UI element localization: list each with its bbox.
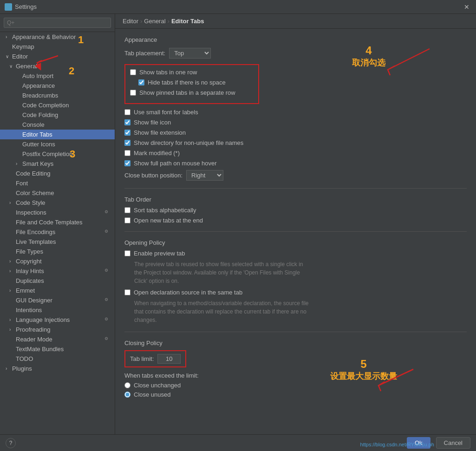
sidebar-item-emmet[interactable]: › Emmet (0, 286, 115, 295)
show-tabs-one-row-checkbox[interactable] (130, 69, 136, 75)
sidebar-item-inlay-hints[interactable]: › Inlay Hints ⚙ (0, 266, 115, 276)
show-tabs-one-row-label[interactable]: Show tabs in one row (139, 69, 197, 76)
show-full-path-label[interactable]: Show full path on mouse hover (134, 160, 217, 167)
expand-icon: ∨ (9, 64, 16, 69)
hide-tabs-no-space-row: Hide tabs if there is no space (130, 79, 254, 86)
sidebar-item-editor-tabs[interactable]: Editor Tabs (0, 130, 115, 139)
show-pinned-tabs-checkbox[interactable] (130, 90, 136, 96)
declaration-desc-text: When navigating to a method/class/variab… (134, 299, 311, 324)
tab-placement-row: Tab placement: Top Bottom Left Right Non… (124, 48, 467, 59)
close-unchanged-radio[interactable] (124, 382, 130, 388)
sidebar-item-appearance[interactable]: Appearance (0, 81, 115, 91)
sidebar-item-smart-keys[interactable]: › Smart Keys (0, 159, 115, 169)
sidebar-item-label: Gutter Icons (22, 141, 111, 148)
tabs-row-options-box: Show tabs in one row Hide tabs if there … (124, 64, 259, 104)
sidebar-item-copyright[interactable]: › Copyright (0, 256, 115, 266)
sidebar-item-postfix-completion[interactable]: Postfix Completion (0, 149, 115, 159)
sidebar-item-reader-mode[interactable]: Reader Mode ⚙ (0, 334, 115, 344)
enable-preview-tab-checkbox[interactable] (124, 250, 130, 256)
search-input[interactable] (4, 18, 111, 28)
sidebar-item-console[interactable]: Console (0, 120, 115, 130)
opening-policy-section-title: Opening Policy (124, 239, 467, 246)
close-unused-label[interactable]: Close unused (134, 391, 171, 398)
settings-badge: ⚙ (104, 268, 111, 275)
show-pinned-tabs-label[interactable]: Show pinned tabs in a separate row (139, 89, 235, 96)
expand-icon: › (9, 268, 16, 274)
close-button[interactable]: ✕ (462, 2, 471, 12)
titlebar: Settings ✕ (0, 0, 476, 14)
show-file-icon-label[interactable]: Show file icon (134, 119, 171, 126)
sidebar-item-gui-designer[interactable]: GUI Designer ⚙ (0, 295, 115, 305)
sidebar-item-code-style[interactable]: › Code Style (0, 198, 115, 208)
sidebar-item-file-code-templates[interactable]: File and Code Templates (0, 217, 115, 227)
sidebar-item-label: Duplicates (16, 277, 111, 284)
close-btn-select[interactable]: Right Left None (186, 170, 223, 181)
sidebar-item-code-folding[interactable]: Code Folding (0, 110, 115, 120)
open-declaration-checkbox[interactable] (124, 289, 130, 295)
tab-order-section-title: Tab Order (124, 196, 467, 203)
sidebar-item-code-completion[interactable]: Code Completion (0, 100, 115, 110)
open-new-end-label[interactable]: Open new tabs at the end (134, 217, 203, 224)
sort-alpha-label[interactable]: Sort tabs alphabetically (134, 207, 196, 214)
sidebar-item-duplicates[interactable]: Duplicates (0, 276, 115, 286)
sidebar-item-proofreading[interactable]: › Proofreading (0, 325, 115, 334)
show-full-path-checkbox[interactable] (124, 160, 130, 166)
action-buttons: Ok Cancel (407, 437, 470, 449)
tab-limit-input[interactable] (157, 354, 181, 364)
sidebar-item-intentions[interactable]: Intentions (0, 305, 115, 315)
open-declaration-label[interactable]: Open declaration source in the same tab (134, 289, 242, 296)
sidebar-item-auto-import[interactable]: Auto Import (0, 71, 115, 81)
cancel-button[interactable]: Cancel (436, 437, 470, 449)
sort-alpha-checkbox[interactable] (124, 207, 130, 213)
closing-policy-section-title: Closing Policy (124, 340, 467, 346)
close-unused-radio[interactable] (124, 392, 130, 398)
close-unchanged-label[interactable]: Close unchanged (134, 382, 181, 389)
sidebar-item-live-templates[interactable]: Live Templates (0, 237, 115, 247)
sidebar-item-editor[interactable]: ∨ Editor (0, 52, 115, 61)
sort-alpha-row: Sort tabs alphabetically (124, 207, 467, 214)
sidebar-item-keymap[interactable]: Keymap (0, 42, 115, 52)
sidebar-item-inspections[interactable]: Inspections ⚙ (0, 208, 115, 217)
use-small-font-checkbox[interactable] (124, 109, 130, 115)
tab-placement-label: Tab placement: (124, 50, 165, 57)
sidebar-item-font[interactable]: Font (0, 178, 115, 188)
enable-preview-tab-label[interactable]: Enable preview tab (134, 250, 185, 257)
tab-placement-select[interactable]: Top Bottom Left Right None (169, 48, 211, 59)
show-directory-label[interactable]: Show directory for non-unique file names (134, 139, 243, 146)
tab-limit-row: Tab limit: (124, 350, 186, 367)
mark-modified-checkbox[interactable] (124, 150, 130, 156)
open-new-end-checkbox[interactable] (124, 217, 130, 223)
ok-button[interactable]: Ok (407, 437, 430, 449)
show-file-extension-row: Show file extension (124, 129, 467, 136)
show-file-icon-checkbox[interactable] (124, 119, 130, 125)
sidebar-item-label: File Encodings (16, 229, 104, 235)
sidebar-item-code-editing[interactable]: Code Editing (0, 169, 115, 178)
sidebar-item-label: Code Folding (22, 111, 111, 118)
sidebar-item-file-types[interactable]: File Types (0, 247, 115, 256)
sidebar-item-language-injections[interactable]: › Language Injections ⚙ (0, 315, 115, 325)
sidebar-item-plugins[interactable]: › Plugins (0, 364, 115, 373)
sidebar-item-color-scheme[interactable]: Color Scheme (0, 188, 115, 198)
show-file-extension-checkbox[interactable] (124, 130, 130, 136)
divider-2 (124, 231, 467, 232)
sidebar-item-appearance-behavior[interactable]: › Appearance & Behavior (0, 32, 115, 42)
show-file-extension-label[interactable]: Show file extension (134, 129, 186, 136)
show-directory-checkbox[interactable] (124, 140, 130, 146)
sidebar-item-label: TODO (16, 355, 111, 362)
sidebar-item-label: Live Templates (16, 238, 111, 245)
hide-tabs-checkbox[interactable] (138, 79, 144, 85)
show-directory-row: Show directory for non-unique file names (124, 139, 467, 146)
hide-tabs-label[interactable]: Hide tabs if there is no space (148, 79, 226, 86)
expand-icon: › (16, 161, 22, 166)
sidebar-item-breadcrumbs[interactable]: Breadcrumbs (0, 91, 115, 100)
sidebar-item-general[interactable]: ∨ General (0, 61, 115, 71)
sidebar-item-todo[interactable]: TODO (0, 354, 115, 364)
sidebar-item-file-encodings[interactable]: File Encodings ⚙ (0, 227, 115, 237)
sidebar-item-gutter-icons[interactable]: Gutter Icons (0, 139, 115, 149)
sidebar-item-textmate-bundles[interactable]: TextMate Bundles (0, 344, 115, 354)
mark-modified-label[interactable]: Mark modified (*) (134, 150, 180, 157)
main-content: › Appearance & Behavior Keymap ∨ Editor … (0, 14, 476, 434)
help-button[interactable]: ? (6, 438, 16, 448)
divider-1 (124, 188, 467, 189)
use-small-font-label[interactable]: Use small font for labels (134, 109, 198, 116)
